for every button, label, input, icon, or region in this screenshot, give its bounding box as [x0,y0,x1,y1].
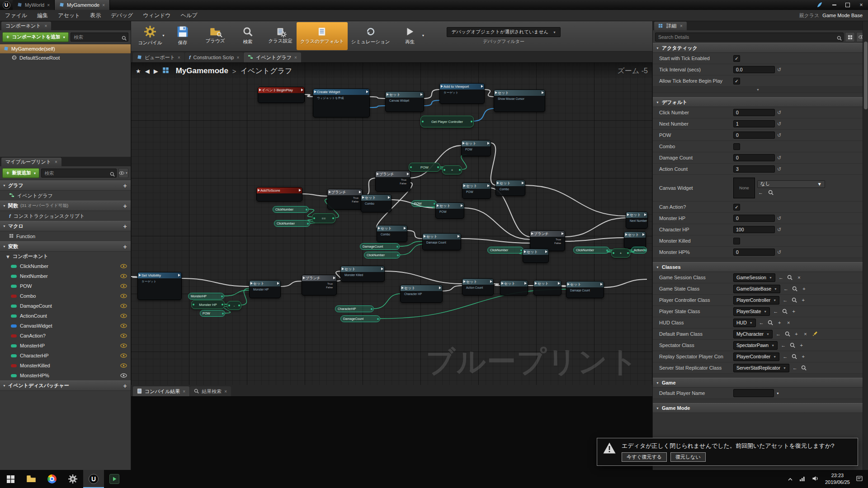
search-icon[interactable] [791,353,797,360]
eye-icon[interactable] [120,353,127,358]
reset-icon[interactable]: ↺ [777,132,781,138]
number-input[interactable]: 0 [733,131,775,139]
arrow-icon[interactable]: ← [757,189,764,196]
graph-var-pow[interactable]: POW [411,200,437,207]
settings-gear-icon[interactable] [62,470,83,488]
checkbox[interactable]: ✓ [733,78,740,84]
checkbox[interactable] [733,143,740,150]
graph-node---6[interactable]: セットPOW [461,140,491,156]
eye-icon[interactable] [120,294,127,298]
text-input[interactable] [733,389,774,397]
tab-construction-scrip[interactable]: fConstruction Scrip× [185,52,243,62]
component-item-mygamemode-self-[interactable]: MyGamemode(self) [0,44,131,53]
eye-icon[interactable] [120,324,127,328]
plus-icon[interactable]: + [776,319,783,326]
eye-icon[interactable] [120,304,127,308]
details-section-header--[interactable]: ▼アクタティック [653,43,863,53]
graph-node---16[interactable]: == [312,213,335,223]
arrow-icon[interactable]: ← [772,308,779,315]
menu--[interactable]: デバッグ [106,10,138,21]
reset-icon[interactable]: ↺ [777,155,781,161]
chevron-down-icon[interactable]: ▼ [776,392,779,395]
arrow-icon[interactable]: ← [792,365,798,371]
graph-node---28[interactable]: セット [523,249,549,263]
details-section-header-classes[interactable]: ▼Classes [653,262,863,272]
graph-node-add-to-viewport-3[interactable]: Add to Viewportターゲット [439,83,485,104]
graph-node-monster-hp-42[interactable]: Monster HP [191,300,225,309]
reset-icon[interactable]: ↺ [777,249,781,255]
class-dropdown[interactable]: PlayerController▼ [733,352,779,361]
search-icon[interactable] [801,365,807,371]
graph-node-get-player-controller-5[interactable]: Get Player Controller [420,116,474,127]
graph-node---39[interactable]: セット [500,280,528,296]
variable-canaction-[interactable]: CanAction? [0,331,131,341]
close-icon[interactable]: × [45,23,47,28]
add-new-button[interactable]: ＋ 新規追加 ▼ [2,168,39,178]
number-input[interactable]: 0 [733,215,775,222]
toolbar---button[interactable]: ブラウズ [199,22,231,50]
plus-icon[interactable]: + [800,297,807,304]
toolbar---button[interactable]: コンパイル▼ [134,22,166,50]
details-search-input[interactable] [655,33,844,42]
my-blueprint-search-input[interactable] [41,169,117,178]
arrow-icon[interactable]: ← [782,353,788,360]
graph-var-monsterhp[interactable]: MonsterHP [188,293,224,300]
close-icon[interactable]: × [183,389,185,394]
notification-button--[interactable]: 復元しない [670,452,706,462]
graph-var-characterhp[interactable]: CharacterHP [335,305,374,312]
graph-node---12[interactable]: セットCombo [361,194,392,212]
details-section-header-game-mode[interactable]: ▼Game Mode [653,403,863,413]
add-icon[interactable]: ＋ [122,382,128,390]
graph-node---2[interactable]: セットCanvas Widget [385,91,424,112]
number-input[interactable]: 0 [733,109,775,116]
search-icon[interactable] [781,308,788,315]
graph-node-addtoscore-10[interactable]: AddToScore [256,187,302,202]
eye-icon[interactable] [120,373,127,378]
graph-node-set-visibility-32[interactable]: Set Visibilityターゲット [137,272,182,300]
component-item-defaultsceneroot[interactable]: DefaultSceneRoot [0,53,131,62]
advanced-expander[interactable]: ▼ [653,87,863,93]
close-icon[interactable]: × [47,3,50,8]
menu--[interactable]: アセット [53,10,85,21]
reset-icon[interactable]: ↺ [777,110,781,116]
search-icon[interactable] [767,189,774,196]
arrow-icon[interactable]: ← [783,286,789,292]
window-tab-mygamemode[interactable]: MyGamemode× [55,0,110,10]
tab--[interactable]: ビューポート× [133,52,184,62]
toolbar---button[interactable]: 保存 [166,22,199,50]
reset-icon[interactable]: ↺ [777,121,781,127]
search-icon[interactable] [789,342,796,349]
taskbar-clock[interactable]: 23:23 2019/06/25 [825,472,850,486]
graph-node---23[interactable]: セットNext Number [626,211,648,229]
number-input[interactable]: 0 [733,249,775,256]
variable-canvaswidget[interactable]: CanvasWidget [0,321,131,331]
mbp-section--[interactable]: ▼マクロ＋ [0,221,131,231]
epic-launcher-icon[interactable] [104,470,125,488]
event-graph-canvas[interactable]: ブループリント イベントBeginPlayCreate Widgetウィジェット… [131,62,652,385]
chevron-down-icon[interactable]: ▼ [162,34,165,37]
graph-var-clicknumber[interactable]: ClickNumber [573,247,609,253]
add-icon[interactable]: ＋ [122,182,128,190]
toolbar---button[interactable]: シミュレーション [348,22,394,50]
notification-button--[interactable]: 今すぐ復元する [622,452,667,462]
toolbar---button[interactable]: クラスのデフォルト [297,22,348,50]
menu--[interactable]: ファイル [0,10,32,21]
class-dropdown[interactable]: GameStateBase▼ [733,285,780,293]
mbp-section--[interactable]: ▼イベントディスパッチャー＋ [0,380,131,391]
menu--[interactable]: 表示 [85,10,106,21]
graph-node---19[interactable]: セットPOW [435,202,464,219]
details-section-header-game[interactable]: ▼Game [653,378,863,388]
class-dropdown[interactable]: PlayerState▼ [733,307,770,316]
mbp-subsection--[interactable]: ▼コンポーネント [0,252,131,261]
tab--[interactable]: 結果検索× [190,386,231,396]
eye-icon[interactable] [120,264,127,268]
minimize-button[interactable] [827,0,841,10]
graph-node---43[interactable]: - [227,301,241,310]
variable-nextnumber[interactable]: NextNumber [0,271,131,281]
arrow-icon[interactable]: ← [782,297,788,304]
tab-details[interactable]: 詳細 × [654,21,687,30]
maximize-button[interactable] [841,0,854,10]
eye-icon[interactable] [120,333,127,338]
mbp-item--[interactable]: イベントグラフ [0,191,131,201]
close-icon[interactable]: × [680,23,683,28]
